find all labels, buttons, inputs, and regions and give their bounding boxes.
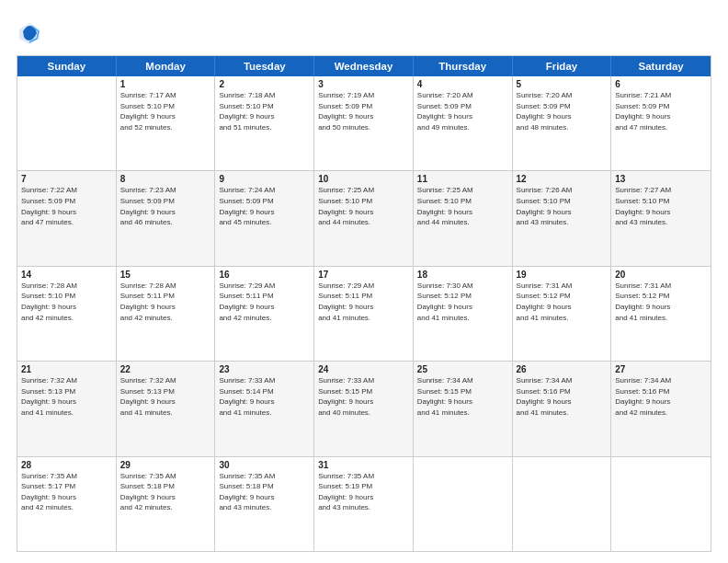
cell-info-line: Sunset: 5:18 PM — [120, 481, 211, 492]
cell-info-line: Daylight: 9 hours — [318, 396, 409, 408]
cell-info-line: Daylight: 9 hours — [120, 207, 211, 218]
calendar-header-cell: Saturday — [611, 56, 711, 76]
calendar-cell: 27Sunrise: 7:34 AMSunset: 5:16 PMDayligh… — [611, 362, 711, 455]
day-number: 31 — [318, 460, 409, 470]
cell-info-line: Daylight: 9 hours — [21, 207, 112, 218]
cell-info-line: Sunrise: 7:32 AM — [120, 375, 211, 386]
cell-info-line: Sunset: 5:09 PM — [417, 101, 508, 112]
cell-info-line: and 41 minutes. — [120, 408, 211, 419]
cell-info-line: Sunset: 5:10 PM — [417, 196, 508, 207]
day-number: 3 — [318, 79, 409, 89]
cell-info-line: Sunrise: 7:24 AM — [219, 185, 310, 196]
cell-info-line: Daylight: 9 hours — [318, 111, 409, 122]
calendar-cell — [611, 457, 711, 551]
calendar-cell: 12Sunrise: 7:26 AMSunset: 5:10 PMDayligh… — [513, 171, 612, 265]
cell-info-line: Sunset: 5:09 PM — [120, 196, 211, 207]
calendar-row: 21Sunrise: 7:32 AMSunset: 5:13 PMDayligh… — [17, 361, 711, 455]
cell-info-line: and 40 minutes. — [318, 408, 409, 419]
cell-info-line: Sunset: 5:15 PM — [417, 386, 508, 397]
calendar-cell: 6Sunrise: 7:21 AMSunset: 5:09 PMDaylight… — [611, 76, 711, 170]
calendar-row: 7Sunrise: 7:22 AMSunset: 5:09 PMDaylight… — [17, 170, 711, 265]
calendar-cell: 5Sunrise: 7:20 AMSunset: 5:09 PMDaylight… — [513, 76, 612, 170]
calendar-cell: 30Sunrise: 7:35 AMSunset: 5:18 PMDayligh… — [215, 457, 314, 551]
day-number: 5 — [517, 79, 608, 89]
cell-info-line: and 43 minutes. — [219, 502, 310, 513]
calendar-cell: 1Sunrise: 7:17 AMSunset: 5:10 PMDaylight… — [117, 76, 216, 170]
calendar-cell: 23Sunrise: 7:33 AMSunset: 5:14 PMDayligh… — [215, 362, 314, 455]
cell-info-line: Daylight: 9 hours — [517, 207, 608, 218]
cell-info-line: Sunrise: 7:34 AM — [615, 375, 707, 386]
calendar-cell: 28Sunrise: 7:35 AMSunset: 5:17 PMDayligh… — [17, 457, 117, 551]
cell-info-line: Sunset: 5:12 PM — [417, 291, 508, 302]
cell-info-line: Sunrise: 7:30 AM — [417, 281, 508, 292]
cell-info-line: and 42 minutes. — [21, 313, 112, 324]
cell-info-line: and 51 minutes. — [219, 122, 310, 133]
cell-info-line: Sunrise: 7:20 AM — [517, 90, 608, 101]
page-header — [17, 17, 711, 46]
cell-info-line: Sunset: 5:09 PM — [517, 101, 608, 112]
cell-info-line: Sunrise: 7:17 AM — [120, 90, 211, 101]
cell-info-line: Sunrise: 7:27 AM — [615, 185, 707, 196]
cell-info-line: and 49 minutes. — [417, 122, 508, 133]
cell-info-line: Sunrise: 7:28 AM — [120, 281, 211, 292]
cell-info-line: Sunrise: 7:35 AM — [219, 471, 310, 482]
cell-info-line: Sunset: 5:13 PM — [120, 386, 211, 397]
cell-info-line: Sunrise: 7:33 AM — [219, 375, 310, 386]
calendar-header: SundayMondayTuesdayWednesdayThursdayFrid… — [17, 56, 711, 76]
day-number: 23 — [219, 364, 310, 374]
cell-info-line: Sunrise: 7:32 AM — [21, 375, 112, 386]
cell-info-line: and 42 minutes. — [21, 502, 112, 513]
day-number: 12 — [517, 174, 608, 184]
cell-info-line: Sunrise: 7:25 AM — [417, 185, 508, 196]
day-number: 10 — [318, 174, 409, 184]
calendar-row: 1Sunrise: 7:17 AMSunset: 5:10 PMDaylight… — [17, 76, 711, 170]
calendar-cell: 7Sunrise: 7:22 AMSunset: 5:09 PMDaylight… — [17, 171, 117, 265]
calendar-cell: 13Sunrise: 7:27 AMSunset: 5:10 PMDayligh… — [611, 171, 711, 265]
cell-info-line: Sunrise: 7:31 AM — [517, 281, 608, 292]
cell-info-line: and 45 minutes. — [219, 217, 310, 228]
calendar-row: 28Sunrise: 7:35 AMSunset: 5:17 PMDayligh… — [17, 456, 711, 551]
cell-info-line: Sunset: 5:12 PM — [615, 291, 707, 302]
cell-info-line: and 41 minutes. — [517, 313, 608, 324]
cell-info-line: and 43 minutes. — [318, 502, 409, 513]
day-number: 2 — [219, 79, 310, 89]
cell-info-line: Daylight: 9 hours — [517, 302, 608, 313]
page-container: SundayMondayTuesdayWednesdayThursdayFrid… — [0, 0, 728, 563]
calendar-cell: 8Sunrise: 7:23 AMSunset: 5:09 PMDaylight… — [117, 171, 216, 265]
cell-info-line: Sunrise: 7:34 AM — [517, 375, 608, 386]
day-number: 6 — [615, 79, 707, 89]
day-number: 24 — [318, 364, 409, 374]
day-number: 1 — [120, 79, 211, 89]
day-number: 28 — [21, 460, 112, 470]
cell-info-line: and 41 minutes. — [615, 313, 707, 324]
cell-info-line: Daylight: 9 hours — [417, 396, 508, 408]
calendar-cell: 16Sunrise: 7:29 AMSunset: 5:11 PMDayligh… — [215, 267, 314, 361]
cell-info-line: Sunset: 5:16 PM — [615, 386, 707, 397]
cell-info-line: Sunrise: 7:23 AM — [120, 185, 211, 196]
cell-info-line: Daylight: 9 hours — [21, 302, 112, 313]
calendar-cell: 15Sunrise: 7:28 AMSunset: 5:11 PMDayligh… — [117, 267, 216, 361]
calendar-cell: 4Sunrise: 7:20 AMSunset: 5:09 PMDaylight… — [414, 76, 513, 170]
cell-info-line: and 46 minutes. — [120, 217, 211, 228]
calendar-cell: 24Sunrise: 7:33 AMSunset: 5:15 PMDayligh… — [314, 362, 414, 455]
day-number: 26 — [517, 364, 608, 374]
cell-info-line: Sunset: 5:10 PM — [120, 101, 211, 112]
cell-info-line: Sunrise: 7:35 AM — [21, 471, 112, 482]
cell-info-line: Daylight: 9 hours — [120, 302, 211, 313]
calendar-cell: 18Sunrise: 7:30 AMSunset: 5:12 PMDayligh… — [414, 267, 513, 361]
cell-info-line: and 50 minutes. — [318, 122, 409, 133]
logo-icon — [17, 20, 42, 46]
cell-info-line: Sunset: 5:10 PM — [318, 196, 409, 207]
logo — [17, 20, 46, 46]
calendar-cell — [414, 457, 513, 551]
calendar-cell: 31Sunrise: 7:35 AMSunset: 5:19 PMDayligh… — [314, 457, 414, 551]
cell-info-line: Daylight: 9 hours — [615, 207, 707, 218]
cell-info-line: Sunset: 5:19 PM — [318, 481, 409, 492]
calendar-cell: 3Sunrise: 7:19 AMSunset: 5:09 PMDaylight… — [314, 76, 414, 170]
day-number: 7 — [21, 174, 112, 184]
calendar: SundayMondayTuesdayWednesdayThursdayFrid… — [17, 55, 711, 552]
calendar-header-cell: Monday — [117, 56, 216, 76]
calendar-body: 1Sunrise: 7:17 AMSunset: 5:10 PMDaylight… — [17, 76, 711, 551]
cell-info-line: Sunset: 5:11 PM — [219, 291, 310, 302]
cell-info-line: Daylight: 9 hours — [615, 302, 707, 313]
